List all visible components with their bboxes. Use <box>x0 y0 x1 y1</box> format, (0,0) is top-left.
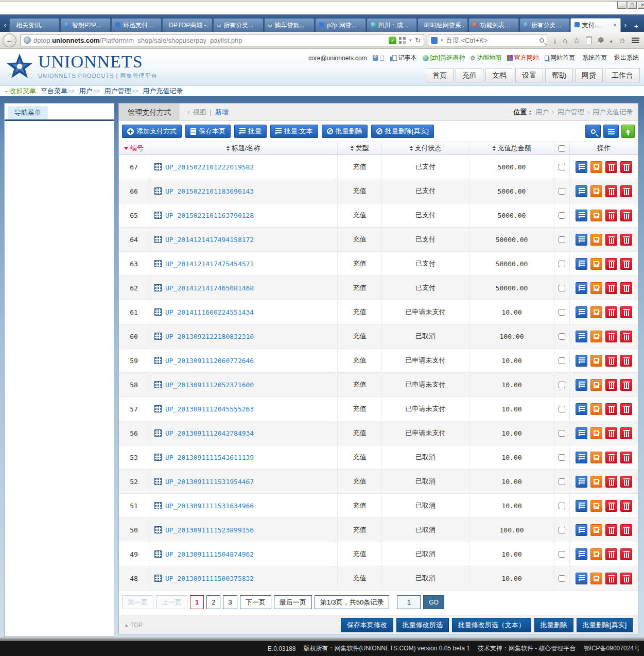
delete-real-button[interactable] <box>620 379 632 391</box>
detail-list-button[interactable] <box>576 379 587 391</box>
row-checkbox[interactable] <box>559 236 565 243</box>
browser-tab[interactable]: 四川：成... <box>367 18 417 32</box>
tab-manage-payment[interactable]: 管理支付方式 <box>119 103 180 121</box>
row-checkbox[interactable] <box>559 212 565 219</box>
header-nav-button[interactable]: 充值 <box>456 68 483 82</box>
reload-icon[interactable] <box>415 37 421 44</box>
browser-tab[interactable]: 相关资讯... <box>9 18 60 32</box>
detail-list-button[interactable] <box>576 258 587 270</box>
close-icon[interactable] <box>638 1 644 9</box>
edit-check-button[interactable] <box>590 476 602 488</box>
page-number-button[interactable]: 1 <box>190 595 204 609</box>
record-link[interactable]: UP_2015022101163790128 <box>165 212 254 219</box>
collapse-menu-link[interactable]: - 收起菜单 <box>5 87 36 96</box>
last-page-button[interactable]: 最后一页 <box>274 595 312 609</box>
row-checkbox[interactable] <box>559 188 565 195</box>
tab-scroll-right-icon[interactable] <box>621 18 630 32</box>
delete-button[interactable] <box>605 306 617 318</box>
menubar-item[interactable]: 书签(B) <box>128 4 149 13</box>
search-engine-dropdown-icon[interactable] <box>440 38 444 43</box>
edit-check-button[interactable] <box>590 306 602 318</box>
search-box[interactable] <box>428 34 547 46</box>
page-number-button[interactable]: 3 <box>223 595 237 609</box>
select-all-checkbox[interactable] <box>559 145 565 152</box>
dropdown-icon[interactable] <box>408 38 412 43</box>
browser-tab[interactable]: 所有分类... <box>213 18 264 32</box>
bottom-action-button[interactable]: 批量修改所选 <box>396 618 449 632</box>
baidu-paw-icon[interactable] <box>431 37 438 44</box>
clipboard-icon[interactable] <box>586 37 592 44</box>
menubar-item[interactable]: 查看(V) <box>66 4 87 13</box>
url-text[interactable]: dptop.unionnets.com/Platform/m_shop/sale… <box>33 37 386 44</box>
batch-delete-button[interactable]: 批量删除 <box>322 125 368 138</box>
delete-real-button[interactable] <box>620 573 632 584</box>
goto-page-input[interactable] <box>397 595 421 609</box>
edit-check-button[interactable] <box>590 500 602 512</box>
delete-real-button[interactable] <box>620 331 632 342</box>
delete-button[interactable] <box>605 185 617 197</box>
next-page-button[interactable]: 下一页 <box>240 595 271 609</box>
delete-real-button[interactable] <box>620 548 632 560</box>
browser-tab[interactable]: 环迅支付... <box>111 18 162 32</box>
breadcrumb-item[interactable]: 用户 <box>67 87 93 96</box>
delete-real-button[interactable] <box>620 452 632 463</box>
bottom-action-button[interactable]: 批量删除[真实] <box>577 618 633 632</box>
delete-button[interactable] <box>605 258 617 270</box>
delete-real-button[interactable] <box>620 282 632 294</box>
record-link[interactable]: UP_2014121417494158172 <box>165 236 254 244</box>
page-number-button[interactable]: 2 <box>206 595 220 609</box>
edit-check-button[interactable] <box>590 282 602 294</box>
row-checkbox[interactable] <box>559 478 565 485</box>
edit-check-button[interactable] <box>590 355 602 367</box>
browser-tab[interactable]: 智想P2P... <box>60 18 111 32</box>
row-checkbox[interactable] <box>559 454 565 461</box>
plugin-icon[interactable] <box>598 36 604 45</box>
new-tab-icon[interactable] <box>630 20 643 32</box>
record-link[interactable]: UP_2013091111543611139 <box>165 454 254 461</box>
shield-check-icon[interactable] <box>389 37 396 44</box>
back-button[interactable] <box>3 33 16 47</box>
record-link[interactable]: UP_2013092122180832310 <box>165 333 254 340</box>
column-header-amount[interactable]: 充值总金额 <box>469 142 554 154</box>
delete-real-button[interactable] <box>620 306 632 318</box>
row-checkbox[interactable] <box>559 382 565 388</box>
delete-button[interactable] <box>605 403 617 415</box>
header-link[interactable]: 功能地图 <box>471 54 501 62</box>
smiley-icon[interactable] <box>618 36 626 45</box>
row-checkbox[interactable] <box>559 551 565 558</box>
detail-list-button[interactable] <box>576 476 587 488</box>
detail-list-button[interactable] <box>576 306 587 318</box>
record-link[interactable]: UP_2013091111523899156 <box>165 526 254 534</box>
record-link[interactable]: UP_2013091112042784934 <box>165 429 254 437</box>
browser-tab[interactable]: 支付... <box>570 18 621 32</box>
row-checkbox[interactable] <box>559 430 565 437</box>
header-nav-button[interactable]: 设置 <box>515 68 543 82</box>
record-link[interactable]: UP_2013091112060772646 <box>165 357 254 365</box>
header-nav-button[interactable]: 工作台 <box>605 68 640 82</box>
delete-real-button[interactable] <box>620 210 632 221</box>
batch-delete-real-button[interactable]: 批量删除[真实] <box>371 125 434 138</box>
header-link[interactable]: 退出系统 <box>613 54 639 62</box>
edit-check-button[interactable] <box>590 524 602 536</box>
batch-button[interactable]: 批量 <box>234 125 267 138</box>
header-link[interactable]: 系统首页 <box>581 54 607 62</box>
row-checkbox[interactable] <box>559 261 565 267</box>
header-nav-button[interactable]: 文档 <box>485 68 513 82</box>
breadcrumb-item[interactable]: 用户管理 <box>93 87 131 96</box>
minimize-icon[interactable] <box>617 1 626 9</box>
delete-button[interactable] <box>605 500 617 512</box>
breadcrumb-item[interactable]: 用户充值记录 <box>131 87 183 96</box>
menubar-item[interactable]: 帮助(H) <box>190 4 211 13</box>
delete-real-button[interactable] <box>620 234 632 246</box>
add-payment-button[interactable]: 添加支付方式 <box>122 125 182 138</box>
delete-button[interactable] <box>605 161 617 173</box>
detail-list-button[interactable] <box>576 355 587 367</box>
delete-real-button[interactable] <box>620 258 632 270</box>
detail-list-button[interactable] <box>576 452 587 463</box>
save-page-button[interactable]: 保存本页 <box>185 125 231 138</box>
row-checkbox[interactable] <box>559 406 565 412</box>
delete-button[interactable] <box>605 331 617 342</box>
browser-tab[interactable]: 所有分类... <box>519 18 570 32</box>
header-link[interactable]: 官方网站 <box>507 54 539 62</box>
location-item[interactable]: 用户 <box>535 103 549 121</box>
